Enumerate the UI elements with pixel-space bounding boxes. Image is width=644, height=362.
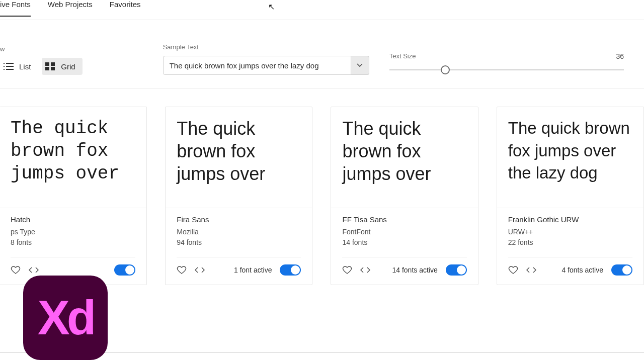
font-name: Fira Sans xyxy=(177,215,301,224)
code-icon[interactable] xyxy=(526,265,536,275)
svg-rect-7 xyxy=(51,62,55,66)
grid-label: Grid xyxy=(61,62,75,71)
activate-toggle[interactable] xyxy=(114,264,135,276)
font-meta: Fira Sans Mozilla 94 fonts xyxy=(166,208,312,250)
card-actions: 4 fonts active xyxy=(497,257,643,285)
font-preview: The quick brown fox jumps over xyxy=(166,107,312,208)
font-count: 14 fonts xyxy=(342,237,466,248)
list-label: List xyxy=(19,62,31,71)
svg-rect-6 xyxy=(45,62,49,66)
code-icon[interactable] xyxy=(195,265,205,275)
font-preview: The quick brown fox jumps over xyxy=(0,107,146,208)
font-name: Hatch xyxy=(11,215,135,224)
slider-track xyxy=(389,69,624,70)
sample-dropdown-button[interactable] xyxy=(351,56,369,75)
svg-rect-8 xyxy=(45,67,49,70)
sample-label: Sample Text xyxy=(163,43,369,51)
grid-icon xyxy=(45,62,56,71)
sample-text-input[interactable] xyxy=(163,56,351,75)
code-icon[interactable] xyxy=(360,265,370,275)
grid-view-button[interactable]: Grid xyxy=(42,58,82,75)
slider-thumb[interactable] xyxy=(441,65,450,74)
font-preview: The quick brown fox jumps over xyxy=(331,107,477,208)
activate-toggle[interactable] xyxy=(611,264,632,276)
favorite-icon[interactable] xyxy=(342,265,352,275)
font-preview: The quick brown fox jumps over the lazy … xyxy=(497,107,643,208)
font-foundry: FontFont xyxy=(342,227,466,237)
svg-rect-9 xyxy=(51,67,55,70)
tab-favorites[interactable]: Favorites xyxy=(110,0,141,16)
activate-toggle[interactable] xyxy=(280,264,301,276)
size-group: Text Size 36 xyxy=(389,52,644,75)
adobe-xd-logo: Xd xyxy=(23,276,108,360)
active-count: 14 fonts active xyxy=(392,266,437,274)
font-card[interactable]: The quick brown fox jumps over Hatch ps … xyxy=(0,107,147,285)
font-card[interactable]: The quick brown fox jumps over FF Tisa S… xyxy=(331,107,478,285)
tab-active-fonts[interactable]: ive Fonts xyxy=(0,0,31,17)
font-foundry: Mozilla xyxy=(177,227,301,237)
font-grid: The quick brown fox jumps over Hatch ps … xyxy=(0,88,644,285)
font-foundry: ps Type xyxy=(11,227,135,237)
font-meta: Hatch ps Type 8 fonts xyxy=(0,208,146,250)
font-name: Franklin Gothic URW xyxy=(508,215,632,224)
font-card[interactable]: The quick brown fox jumps over the lazy … xyxy=(497,107,644,285)
activate-toggle[interactable] xyxy=(446,264,467,276)
font-count: 94 fonts xyxy=(177,237,301,248)
view-group: w List Grid xyxy=(0,45,83,75)
font-meta: FF Tisa Sans FontFont 14 fonts xyxy=(331,208,477,250)
controls-row: w List Grid Sample Text xyxy=(0,20,644,88)
font-foundry: URW++ xyxy=(508,227,632,237)
favorite-icon[interactable] xyxy=(11,265,21,275)
font-count: 8 fonts xyxy=(11,237,135,248)
font-count: 22 fonts xyxy=(508,237,632,248)
chevron-down-icon xyxy=(357,63,363,67)
card-actions: 14 fonts active xyxy=(331,257,477,285)
sample-group: Sample Text xyxy=(163,43,369,75)
font-name: FF Tisa Sans xyxy=(342,215,466,224)
list-view-button[interactable]: List xyxy=(0,58,38,75)
view-segmented: List Grid xyxy=(0,58,83,75)
top-tabs: ive Fonts Web Projects Favorites xyxy=(0,0,644,20)
code-icon[interactable] xyxy=(29,265,39,275)
size-value: 36 xyxy=(610,52,624,65)
size-slider[interactable] xyxy=(389,65,624,75)
active-count: 1 font active xyxy=(234,266,272,274)
tab-web-projects[interactable]: Web Projects xyxy=(48,0,93,16)
font-card[interactable]: The quick brown fox jumps over Fira Sans… xyxy=(165,107,312,285)
favorite-icon[interactable] xyxy=(508,265,518,275)
active-count: 4 fonts active xyxy=(561,266,603,274)
favorite-icon[interactable] xyxy=(177,265,187,275)
font-meta: Franklin Gothic URW URW++ 22 fonts xyxy=(497,208,643,250)
list-icon xyxy=(3,62,14,71)
card-actions: 1 font active xyxy=(166,257,312,285)
size-label: Text Size xyxy=(389,52,416,60)
view-label: w xyxy=(0,45,83,53)
